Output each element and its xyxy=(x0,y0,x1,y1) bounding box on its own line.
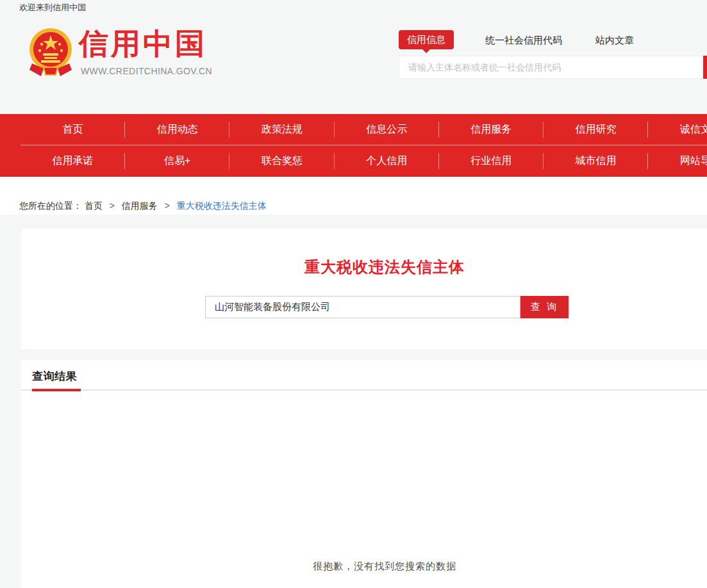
nav-item-credit-research[interactable]: 信用研究 xyxy=(544,114,648,145)
page-title: 重大税收违法失信主体 xyxy=(21,257,707,277)
nav-item-personal-credit[interactable]: 个人信用 xyxy=(335,145,439,177)
nav-item-joint-reward-punishment[interactable]: 联合奖惩 xyxy=(229,145,334,177)
nav-item-city-credit[interactable]: 城市信用 xyxy=(544,145,648,177)
nav-item-credit-commitment[interactable]: 信用承诺 xyxy=(21,145,125,177)
nav-item-xinyi-plus[interactable]: 信易+ xyxy=(125,145,229,177)
nav-item-credit-services[interactable]: 信用服务 xyxy=(439,114,544,145)
nav-row-1: 首页 信用动态 政策法规 信息公示 信用服务 信用研究 诚信文化 xyxy=(21,114,707,145)
tab-site-articles[interactable]: 站内文章 xyxy=(595,35,634,47)
entity-query-input[interactable] xyxy=(205,296,520,318)
breadcrumb-label: 您所在的位置： xyxy=(19,200,82,211)
breadcrumb-home-link[interactable]: 首页 xyxy=(85,200,103,211)
results-divider xyxy=(21,389,707,391)
breadcrumb-separator: > xyxy=(165,200,170,211)
national-emblem-icon xyxy=(26,26,76,78)
nav-row-2: 信用承诺 信易+ 联合奖惩 个人信用 行业信用 城市信用 网站导航 xyxy=(21,145,707,177)
nav-item-home[interactable]: 首页 xyxy=(21,114,125,145)
nav-item-credit-news[interactable]: 信用动态 xyxy=(125,114,229,145)
header-search-input[interactable] xyxy=(399,56,703,79)
breadcrumb-current-page-link[interactable]: 重大税收违法失信主体 xyxy=(177,200,267,211)
nav-item-site-map[interactable]: 网站导航 xyxy=(648,145,707,177)
welcome-text: 欢迎来到信用中国 xyxy=(19,2,86,13)
header-search-button[interactable] xyxy=(703,56,707,79)
nav-item-integrity-culture[interactable]: 诚信文化 xyxy=(648,114,707,145)
nav-item-info-disclosure[interactable]: 信息公示 xyxy=(335,114,439,145)
breadcrumb: 您所在的位置： 首页 > 信用服务 > 重大税收违法失信主体 xyxy=(19,200,267,212)
nav-item-policies[interactable]: 政策法规 xyxy=(229,114,334,145)
tab-unified-social-credit-code[interactable]: 统一社会信用代码 xyxy=(485,35,562,47)
query-card: 重大税收违法失信主体 查 询 xyxy=(21,229,707,349)
site-url-text: WWW.CREDITCHINA.GOV.CN xyxy=(81,66,212,76)
nav-item-industry-credit[interactable]: 行业信用 xyxy=(439,145,544,177)
breadcrumb-credit-services-link[interactable]: 信用服务 xyxy=(122,200,158,211)
results-divider-accent xyxy=(32,389,81,391)
tab-credit-info[interactable]: 信用信息 xyxy=(399,30,454,49)
main-nav: 首页 信用动态 政策法规 信息公示 信用服务 信用研究 诚信文化 信用承诺 信易… xyxy=(0,114,707,177)
query-button[interactable]: 查 询 xyxy=(520,296,569,318)
breadcrumb-separator: > xyxy=(110,200,115,211)
breadcrumb-band: 您所在的位置： 首页 > 信用服务 > 重大税收违法失信主体 xyxy=(0,177,707,215)
results-heading: 查询结果 xyxy=(32,369,77,384)
empty-results-message: 很抱歉，没有找到您搜索的数据 xyxy=(21,560,707,573)
site-logo-text[interactable]: 信用中国 xyxy=(79,27,207,60)
page: 欢迎来到信用中国 信用中国 WWW.CREDITCHINA.GOV.CN 信用信… xyxy=(0,0,707,588)
results-card: 查询结果 很抱歉，没有找到您搜索的数据 xyxy=(21,360,707,588)
